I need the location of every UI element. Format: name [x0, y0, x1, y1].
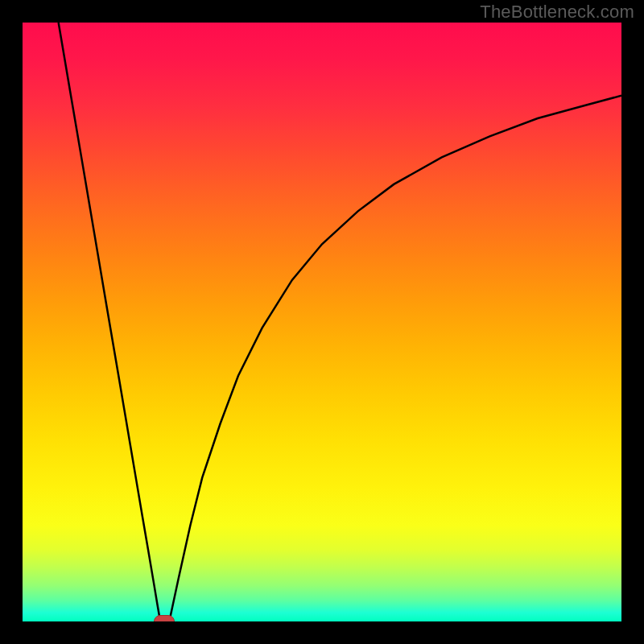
chart-outer-frame: TheBottleneck.com [0, 0, 644, 644]
dip-marker [154, 615, 175, 621]
plot-area [23, 23, 621, 621]
curve-right-branch [169, 96, 621, 621]
watermark-text: TheBottleneck.com [480, 2, 634, 23]
curve-left-branch [59, 23, 160, 621]
bottleneck-curve [23, 23, 621, 621]
